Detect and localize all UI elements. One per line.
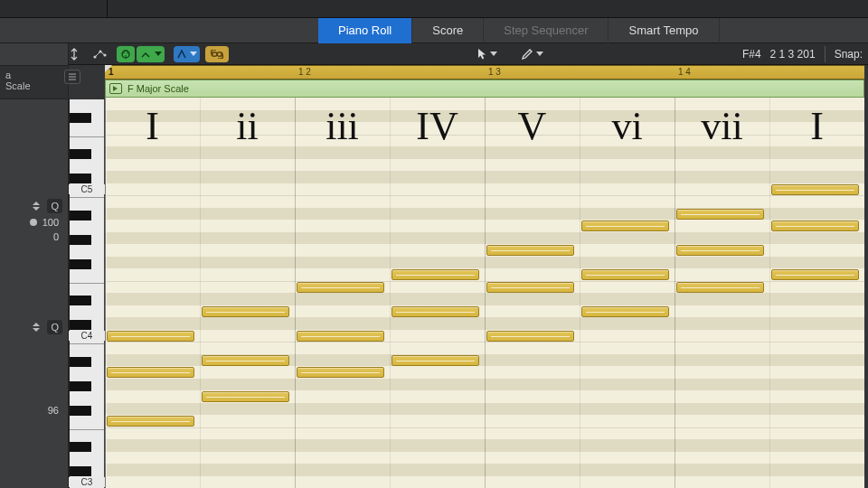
svg-point-5 — [127, 52, 128, 53]
editor-tab-bar: Piano Roll Score Step Sequencer Smart Te… — [0, 18, 868, 43]
svg-point-4 — [123, 52, 125, 53]
octave-label-c3: C3 — [69, 477, 105, 487]
velocity2-value[interactable]: 96 — [48, 405, 59, 416]
midi-note[interactable] — [486, 282, 574, 293]
pointer-tool[interactable] — [472, 45, 502, 63]
scale-quantize-stepper[interactable] — [31, 321, 42, 333]
loop-icon — [109, 83, 122, 94]
tab-smart-tempo[interactable]: Smart Tempo — [609, 18, 719, 43]
ruler-beat-label: 1 3 — [488, 67, 501, 77]
pencil-tool[interactable] — [516, 45, 548, 63]
velocity-value[interactable]: 100 — [42, 217, 59, 228]
ruler-beat-label: 1 4 — [678, 67, 691, 77]
chevron-down-icon — [490, 52, 497, 56]
chevron-down-icon — [536, 52, 543, 56]
midi-note[interactable] — [297, 367, 384, 378]
midi-note[interactable] — [202, 306, 289, 317]
midi-note[interactable] — [771, 269, 859, 280]
velocity-dot-icon — [30, 219, 37, 226]
region-name-line2: Scale — [5, 80, 62, 91]
titlebar-strip — [0, 0, 868, 18]
automation-icon[interactable] — [88, 45, 111, 63]
link-button[interactable] — [205, 46, 229, 62]
midi-note[interactable] — [107, 367, 194, 378]
time-quantize-stepper[interactable] — [31, 200, 42, 212]
midi-note[interactable] — [486, 331, 574, 342]
piano-roll-toolbar: ew F#4 2 1 3 201 Snap: — [0, 43, 868, 65]
scale-quantize-button[interactable]: Q — [47, 320, 62, 334]
chevron-down-icon — [190, 52, 197, 56]
tab-piano-roll[interactable]: Piano Roll — [318, 18, 412, 43]
catch-button[interactable] — [174, 46, 200, 62]
midi-note[interactable] — [486, 245, 574, 256]
midi-note[interactable] — [297, 282, 384, 293]
midi-note[interactable] — [202, 391, 289, 402]
playhead-line — [106, 98, 107, 488]
octave-label-c5: C5 — [69, 184, 105, 194]
region-header[interactable]: F Major Scale — [105, 80, 864, 98]
midi-note[interactable] — [297, 331, 384, 342]
snap-label[interactable]: Snap: — [835, 48, 863, 61]
midi-note[interactable] — [392, 355, 479, 366]
midi-note[interactable] — [202, 355, 289, 366]
info-position: 2 1 3 201 — [770, 48, 816, 61]
timeline-ruler[interactable]: 11 21 31 4 — [105, 65, 864, 80]
midi-note[interactable] — [771, 221, 859, 231]
ruler-beat-label: 1 2 — [298, 67, 311, 77]
playhead-marker-icon[interactable] — [105, 65, 112, 72]
midi-note[interactable] — [107, 416, 194, 427]
midi-in-button[interactable] — [117, 46, 135, 62]
midi-note[interactable] — [392, 306, 479, 317]
note-grid[interactable] — [105, 98, 864, 488]
midi-note[interactable] — [581, 306, 669, 317]
info-pitch: F#4 — [742, 48, 761, 61]
midi-note[interactable] — [676, 282, 764, 293]
tab-step-sequencer[interactable]: Step Sequencer — [484, 18, 609, 43]
midi-note[interactable] — [581, 221, 669, 231]
offset-value[interactable]: 0 — [53, 231, 59, 242]
collapse-inspector-icon[interactable] — [64, 70, 80, 84]
inspector-sidebar: a Scale Q 100 0 Q 96 — [0, 43, 69, 488]
midi-note[interactable] — [392, 269, 479, 280]
piano-keyboard[interactable] — [69, 99, 105, 488]
svg-point-6 — [125, 55, 127, 57]
tab-score[interactable]: Score — [412, 18, 484, 43]
octave-label-c4: C4 — [69, 331, 105, 341]
midi-note[interactable] — [581, 269, 669, 280]
chevron-down-icon — [155, 52, 162, 56]
region-name: F Major Scale — [127, 83, 189, 94]
midi-out-button[interactable] — [137, 46, 165, 62]
midi-note[interactable] — [676, 209, 764, 220]
midi-note[interactable] — [676, 245, 764, 256]
midi-note[interactable] — [771, 184, 859, 195]
region-name-well[interactable]: a Scale — [0, 65, 68, 99]
midi-note[interactable] — [107, 331, 194, 342]
quantize-button[interactable]: Q — [47, 199, 62, 213]
region-name-line1: a — [5, 70, 62, 80]
